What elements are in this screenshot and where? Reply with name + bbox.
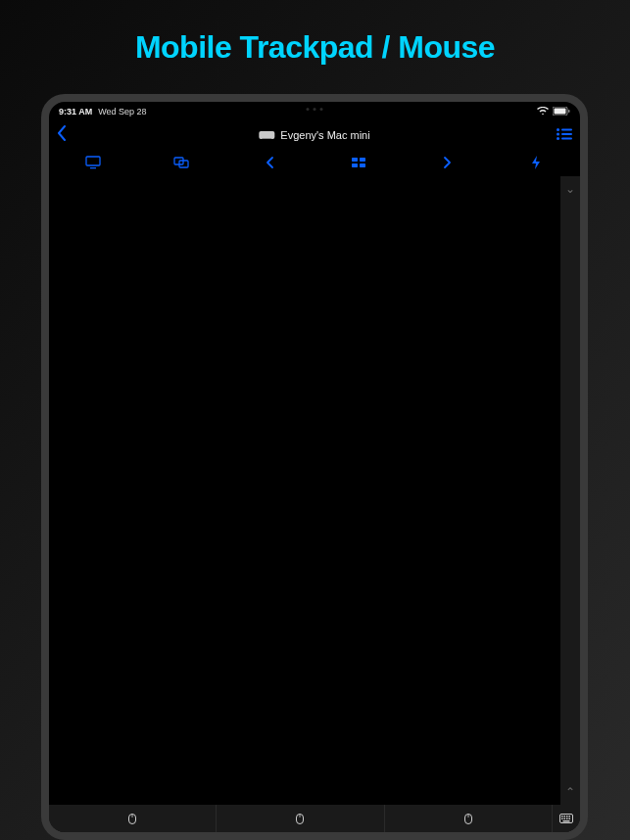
camera-assembly (307, 108, 323, 111)
bolt-button[interactable] (516, 153, 556, 172)
next-button[interactable] (427, 153, 466, 172)
svg-rect-14 (360, 158, 365, 162)
svg-rect-29 (563, 818, 565, 820)
left-mouse-button[interactable] (49, 805, 216, 832)
svg-rect-31 (568, 818, 570, 820)
svg-rect-30 (566, 818, 568, 820)
status-date: Wed Sep 28 (98, 107, 146, 117)
svg-rect-27 (568, 816, 570, 817)
navigation-bar: Evgeny's Mac mini (49, 121, 580, 149)
svg-rect-28 (561, 818, 563, 820)
list-button[interactable] (557, 126, 572, 144)
svg-point-7 (557, 137, 559, 140)
back-button[interactable] (57, 125, 76, 145)
svg-rect-10 (90, 167, 96, 168)
svg-rect-1 (555, 108, 566, 114)
svg-rect-24 (561, 816, 563, 817)
keyboard-button[interactable] (553, 805, 580, 832)
status-bar: 9:31 AM Wed Sep 28 (49, 102, 580, 121)
svg-rect-25 (563, 816, 565, 817)
middle-mouse-button[interactable] (217, 805, 383, 832)
trackpad-surface[interactable] (49, 176, 560, 805)
svg-rect-9 (86, 157, 100, 165)
chevron-up-icon: ⌃ (565, 785, 575, 799)
device-name-label: Evgeny's Mac mini (280, 129, 369, 141)
svg-rect-15 (352, 163, 358, 167)
mac-mini-icon (259, 131, 274, 139)
svg-point-5 (557, 133, 559, 136)
svg-rect-8 (561, 138, 572, 140)
bottom-bar (49, 805, 580, 832)
svg-rect-6 (561, 133, 572, 135)
battery-icon (553, 107, 570, 117)
svg-point-3 (557, 128, 559, 131)
prev-button[interactable] (251, 153, 290, 172)
chevron-down-icon: ⌄ (565, 182, 575, 196)
svg-rect-32 (562, 820, 569, 822)
display-button[interactable] (73, 153, 113, 172)
promo-title: Mobile Trackpad / Mouse (0, 0, 630, 66)
content-area: ⌄ ⌃ (49, 176, 580, 805)
svg-rect-16 (360, 163, 365, 167)
svg-rect-4 (561, 129, 572, 131)
svg-rect-26 (566, 816, 568, 817)
scroll-panel[interactable]: ⌄ ⌃ (560, 176, 580, 805)
svg-rect-2 (568, 110, 570, 113)
right-mouse-button[interactable] (385, 805, 552, 832)
toolbar (49, 149, 580, 176)
ipad-device-frame: 9:31 AM Wed Sep 28 Evgeny's Mac mini (41, 94, 588, 840)
spaces-button[interactable] (339, 153, 378, 172)
svg-rect-13 (352, 158, 358, 162)
wifi-icon (537, 107, 549, 117)
windows-button[interactable] (162, 153, 201, 172)
status-time: 9:31 AM (59, 107, 92, 117)
